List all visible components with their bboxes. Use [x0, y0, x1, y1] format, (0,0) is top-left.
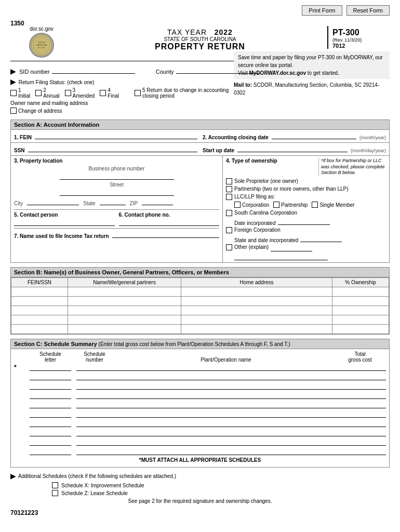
- mail-address: SCDOR, Manufacturing Section, Columbia, …: [234, 82, 379, 96]
- amended-checkbox[interactable]: [65, 90, 71, 96]
- initial-checkbox[interactable]: [10, 90, 17, 96]
- sc-number-input-7[interactable]: [76, 420, 118, 427]
- accounting-date-input[interactable]: [272, 132, 356, 139]
- sc-number-input-10[interactable]: [76, 448, 118, 455]
- county-input[interactable]: [176, 66, 259, 74]
- sid-label: SID number: [19, 69, 50, 75]
- sc-cost-input-3[interactable]: [334, 382, 386, 390]
- b-fein-cell[interactable]: [11, 306, 68, 315]
- b-name-cell[interactable]: [68, 287, 181, 297]
- b-addr-cell[interactable]: [181, 306, 332, 315]
- sc-number-input-1[interactable]: [76, 364, 118, 371]
- sc-cost-input-4[interactable]: [334, 392, 386, 399]
- sc-cost-input-9[interactable]: [334, 438, 386, 446]
- sc-cost-input-6[interactable]: [334, 410, 386, 418]
- state-date-input[interactable]: [300, 235, 342, 242]
- sc-name-input-7[interactable]: [118, 420, 334, 427]
- sc-cost-input-5[interactable]: [334, 401, 386, 408]
- llc-llp-checkbox[interactable]: [226, 194, 232, 200]
- zip-input[interactable]: [142, 198, 173, 205]
- sc-number-input-2[interactable]: [76, 373, 118, 380]
- sc-number-input-4[interactable]: [76, 392, 118, 399]
- b-pct-cell[interactable]: [332, 306, 389, 315]
- b-fein-cell[interactable]: [11, 325, 68, 334]
- contact-person-input[interactable]: [14, 219, 115, 226]
- sc-name-input-9[interactable]: [118, 438, 334, 446]
- partner-sub-checkbox[interactable]: [273, 202, 279, 208]
- sc-letter-input-6[interactable]: [30, 410, 71, 418]
- sc-cost-input-1[interactable]: [334, 364, 386, 371]
- corp-checkbox[interactable]: [234, 202, 241, 208]
- sc-name-input-8[interactable]: [118, 429, 334, 436]
- sc-number-input-5[interactable]: [76, 401, 118, 408]
- name-return-input[interactable]: [112, 231, 219, 238]
- b-name-cell[interactable]: [68, 325, 181, 334]
- ssn-input[interactable]: [28, 145, 197, 152]
- sc-cost-input-8[interactable]: [334, 429, 386, 436]
- change-address-checkbox[interactable]: [10, 108, 17, 114]
- sc-letter-input-2[interactable]: [30, 373, 71, 380]
- b-fein-cell[interactable]: [11, 287, 68, 297]
- fein-input[interactable]: [35, 132, 197, 139]
- b-fein-cell[interactable]: [11, 315, 68, 325]
- other-explain-input[interactable]: [271, 244, 312, 251]
- partnership-checkbox[interactable]: [226, 186, 232, 192]
- city-input[interactable]: [27, 198, 79, 205]
- sc-name-input-5[interactable]: [118, 401, 334, 408]
- sid-input[interactable]: [52, 66, 135, 74]
- contact-phone-input[interactable]: [119, 219, 220, 226]
- sc-name-input-4[interactable]: [118, 392, 334, 399]
- b-name-cell[interactable]: [68, 297, 181, 306]
- b-fein-cell[interactable]: [11, 297, 68, 306]
- accounting-period-checkbox[interactable]: [135, 90, 141, 96]
- reset-button[interactable]: Reset Form: [346, 5, 390, 16]
- b-pct-cell[interactable]: [332, 325, 389, 334]
- sc-cost-input-2[interactable]: [334, 373, 386, 380]
- sc-number-input-9[interactable]: [76, 438, 118, 446]
- sc-number-input-6[interactable]: [76, 410, 118, 418]
- single-member-checkbox[interactable]: [312, 202, 318, 208]
- b-name-cell[interactable]: [68, 315, 181, 325]
- sc-cost-input-7[interactable]: [334, 420, 386, 427]
- add-sch-title-label: Additional Schedules (check if the follo…: [18, 473, 176, 479]
- sc-corp-checkbox[interactable]: [226, 210, 232, 216]
- sc-letter-input-8[interactable]: [30, 429, 71, 436]
- sc-name-input-2[interactable]: [118, 373, 334, 380]
- sc-letter-input-9[interactable]: [30, 438, 71, 446]
- b-addr-cell[interactable]: [181, 297, 332, 306]
- sc-number-input-3[interactable]: [76, 382, 118, 390]
- street-input[interactable]: [60, 189, 174, 196]
- date-inc-input[interactable]: [278, 218, 330, 225]
- sc-cost-input-10[interactable]: [334, 448, 386, 455]
- b-addr-cell[interactable]: [181, 315, 332, 325]
- startup-date-input[interactable]: [237, 145, 348, 152]
- sc-name-input-3[interactable]: [118, 382, 334, 390]
- other-explain-line2[interactable]: [234, 253, 328, 260]
- sole-prop-checkbox[interactable]: [226, 178, 232, 184]
- annual-checkbox[interactable]: [35, 90, 42, 96]
- b-pct-cell[interactable]: [332, 315, 389, 325]
- final-checkbox[interactable]: [100, 90, 106, 96]
- sc-name-input-1[interactable]: [118, 364, 334, 371]
- b-addr-cell[interactable]: [181, 287, 332, 297]
- sc-letter-input-3[interactable]: [30, 382, 71, 390]
- sc-name-input-10[interactable]: [118, 448, 334, 455]
- b-pct-cell[interactable]: [332, 297, 389, 306]
- foreign-corp-checkbox[interactable]: [226, 227, 232, 233]
- sc-letter-input-10[interactable]: [30, 448, 71, 455]
- sc-number-input-8[interactable]: [76, 429, 118, 436]
- business-phone-input[interactable]: [60, 172, 174, 180]
- sc-name-input-6[interactable]: [118, 410, 334, 418]
- state-input[interactable]: [100, 198, 126, 205]
- print-button[interactable]: Print Form: [302, 5, 342, 16]
- sc-letter-input-7[interactable]: [30, 420, 71, 427]
- sc-letter-input-1[interactable]: [30, 364, 71, 371]
- sc-letter-input-5[interactable]: [30, 401, 71, 408]
- b-name-cell[interactable]: [68, 306, 181, 315]
- schedule-z-checkbox[interactable]: [52, 490, 58, 496]
- b-addr-cell[interactable]: [181, 325, 332, 334]
- other-checkbox[interactable]: [226, 244, 232, 250]
- sc-letter-input-4[interactable]: [30, 392, 71, 399]
- b-pct-cell[interactable]: [332, 287, 389, 297]
- schedule-x-checkbox[interactable]: [52, 482, 58, 488]
